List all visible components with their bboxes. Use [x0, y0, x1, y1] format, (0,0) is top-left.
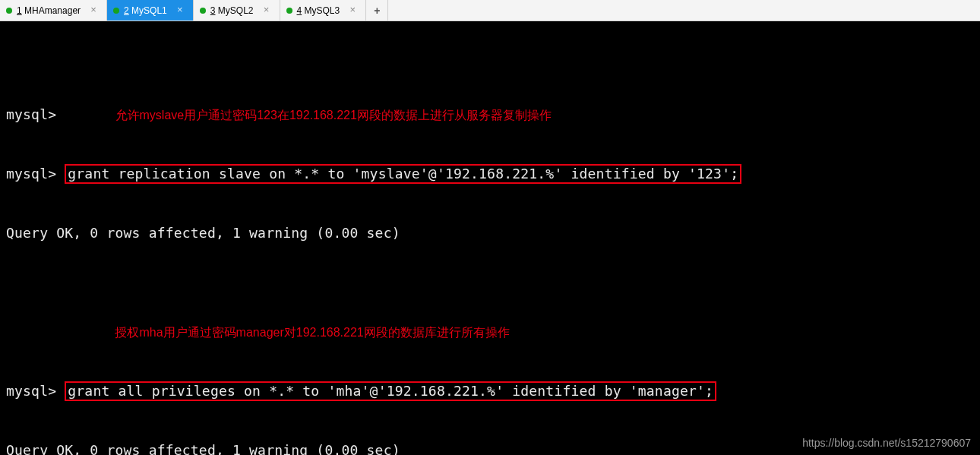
- tab-mysql3[interactable]: 4 MySQL3 ×: [280, 0, 367, 21]
- status-dot-icon: [286, 8, 292, 14]
- terminal[interactable]: mysql> 允许myslave用户通过密码123在192.168.221网段的…: [0, 21, 980, 455]
- annotation: 授权mha用户通过密码manager对192.168.221网段的数据库进行所有…: [115, 323, 509, 343]
- status-dot-icon: [113, 8, 119, 14]
- tab-mysql2[interactable]: 3 MySQL2 ×: [194, 0, 280, 21]
- tab-bar: 1 MHAmanager × 2 MySQL1 × 3 MySQL2 × 4 M…: [0, 0, 980, 21]
- tab-mysql1[interactable]: 2 MySQL1 ×: [107, 0, 194, 21]
- status-dot-icon: [200, 8, 206, 14]
- query-result: Query OK, 0 rows affected, 1 warning (0.…: [6, 223, 974, 243]
- command-highlight: grant all privileges on *.* to 'mha'@'19…: [65, 381, 716, 401]
- tab-label: 1 MHAmanager: [17, 5, 81, 16]
- command-highlight: grant replication slave on *.* to 'mysla…: [65, 164, 741, 184]
- close-icon[interactable]: ×: [88, 5, 99, 16]
- annotation: 允许myslave用户通过密码123在192.168.221网段的数据上进行从服…: [115, 106, 552, 125]
- close-icon[interactable]: ×: [175, 5, 185, 16]
- prompt: mysql>: [6, 166, 65, 182]
- tab-label: 4 MySQL3: [297, 5, 340, 16]
- tab-add-button[interactable]: +: [366, 0, 388, 21]
- tab-label: 2 MySQL1: [124, 5, 167, 16]
- prompt: mysql>: [6, 383, 65, 399]
- tab-label: 3 MySQL2: [210, 5, 254, 16]
- close-icon[interactable]: ×: [261, 5, 272, 16]
- tab-mhamanager[interactable]: 1 MHAmanager ×: [0, 0, 107, 21]
- watermark: https://blog.csdn.net/s15212790607: [802, 437, 971, 449]
- prompt: mysql>: [6, 106, 65, 122]
- close-icon[interactable]: ×: [347, 5, 358, 16]
- status-dot-icon: [6, 8, 12, 14]
